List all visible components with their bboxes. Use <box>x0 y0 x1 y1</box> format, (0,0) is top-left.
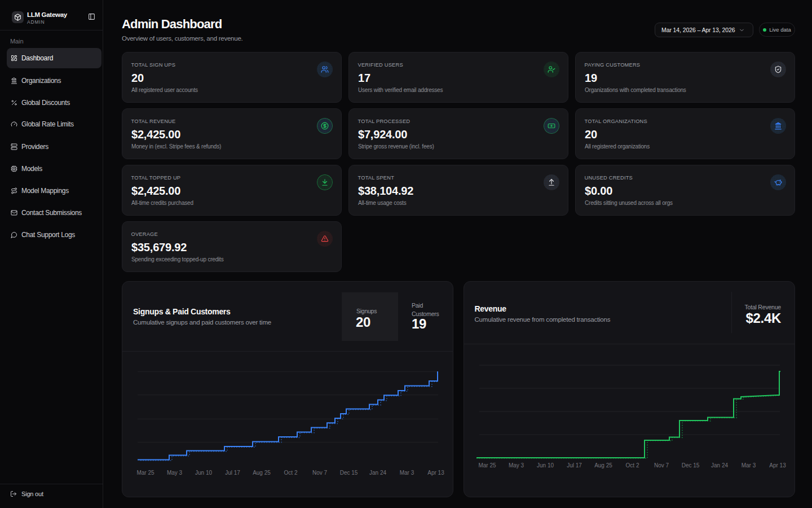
svg-text:Mar 3: Mar 3 <box>400 470 414 476</box>
svg-text:Dec 15: Dec 15 <box>340 470 358 476</box>
svg-text:Mar 25: Mar 25 <box>478 462 496 468</box>
svg-text:Apr 13: Apr 13 <box>427 470 444 476</box>
svg-text:Mar 25: Mar 25 <box>136 470 155 476</box>
svg-text:Nov 7: Nov 7 <box>654 462 669 468</box>
svg-text:Jun 10: Jun 10 <box>537 462 554 468</box>
svg-text:May 3: May 3 <box>167 470 183 476</box>
svg-text:Jun 10: Jun 10 <box>195 470 212 476</box>
svg-text:Jan 24: Jan 24 <box>711 462 728 468</box>
svg-text:May 3: May 3 <box>509 462 524 468</box>
svg-text:Apr 13: Apr 13 <box>769 462 786 468</box>
svg-text:Oct 2: Oct 2 <box>626 462 639 468</box>
svg-text:Mar 3: Mar 3 <box>742 462 756 468</box>
svg-text:Aug 25: Aug 25 <box>594 462 612 468</box>
svg-text:Jul 17: Jul 17 <box>225 470 240 476</box>
svg-text:Aug 25: Aug 25 <box>253 470 271 476</box>
svg-text:Dec 15: Dec 15 <box>682 462 700 468</box>
svg-text:Nov 7: Nov 7 <box>312 470 328 476</box>
svg-text:Jan 24: Jan 24 <box>369 470 386 476</box>
svg-text:Jul 17: Jul 17 <box>567 462 582 468</box>
svg-text:Oct 2: Oct 2 <box>284 470 298 476</box>
